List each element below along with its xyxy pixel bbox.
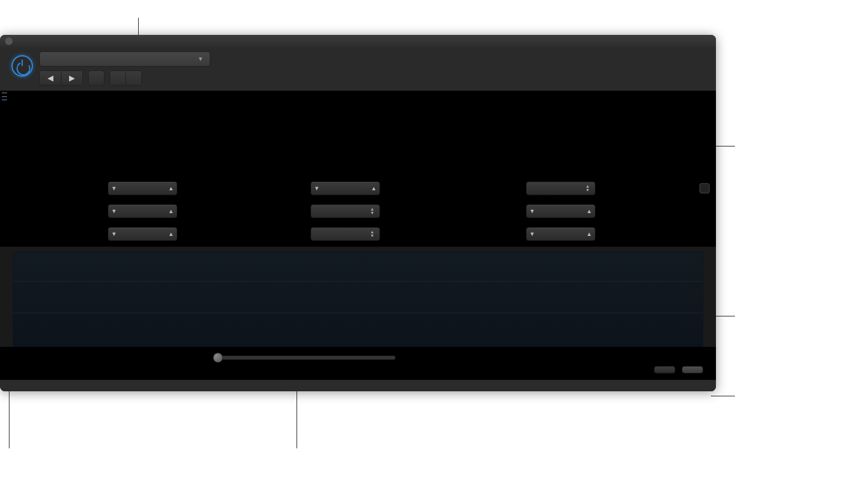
stepper-down-icon[interactable]: ▼ [108,185,120,192]
paste-button[interactable] [125,71,141,85]
input-gain-slider[interactable] [218,356,395,360]
one-shot-checkbox[interactable] [699,183,710,193]
stepper-down-icon[interactable]: ▼ [527,231,538,237]
display-ticks [13,334,703,345]
input-gain-row [0,347,716,362]
octave-labels [0,168,716,171]
close-icon[interactable] [5,37,13,45]
display-grid-line [13,281,703,282]
stepper-up-icon[interactable]: ▲ [165,208,177,214]
stepper-down-icon[interactable]: ▼ [527,208,538,214]
stepper-up-icon[interactable]: ▲ [584,208,595,214]
chevron-down-icon: ▼ [198,56,203,62]
callout-line [711,396,735,396]
select-caret-icon: ▲▼ [370,207,374,215]
window-titlebar [0,35,716,48]
stepper-down-icon[interactable]: ▼ [108,231,120,237]
al-start-stepper[interactable]: ▼ ▲ [526,204,596,218]
copy-button[interactable] [110,71,125,85]
stepper-down-icon[interactable]: ▼ [311,185,322,192]
preset-menu[interactable]: ▼ [39,51,210,67]
al-end-stepper[interactable]: ▼ ▲ [526,227,596,241]
select-caret-icon: ▲▼ [370,230,374,238]
keyboard[interactable] [0,102,716,168]
plugin-footer [0,380,716,391]
preset-prev-button[interactable]: ◀ [40,71,61,85]
preset-prev-next: ◀ ▶ [39,70,83,86]
vel-layers-select[interactable]: ▲▼ [310,204,380,218]
callout-line [297,384,297,448]
vel-resp-select[interactable]: ▲▼ [310,227,380,241]
stepper-up-icon[interactable]: ▲ [165,185,177,192]
range-grip-left[interactable] [2,93,7,100]
range-end-stepper[interactable]: ▼ ▲ [108,204,177,218]
keyboard-section [0,91,716,173]
main-controls: ▼ ▲ ▼ ▲ ▲▼ [0,173,716,247]
sample-button[interactable] [682,366,703,374]
select-caret-icon: ▲▼ [585,185,590,192]
compare-button[interactable] [88,70,105,86]
preset-next-button[interactable]: ▶ [61,71,82,85]
plugin-window: ▼ ◀ ▶ [0,35,716,391]
bottom-button-row [0,362,716,380]
copy-paste-seg [110,70,142,86]
stepper-up-icon[interactable]: ▲ [165,231,177,237]
range-header [0,91,716,102]
range-start-stepper[interactable]: ▼ ▲ [108,181,177,195]
auto-loop-select[interactable]: ▲▼ [526,181,596,195]
waveform-display [13,252,703,347]
power-button[interactable] [11,55,33,77]
sample-every-stepper[interactable]: ▼ ▲ [108,227,177,241]
plugin-toolbar: ▼ ◀ ▶ [0,48,716,91]
cancel-button[interactable] [654,366,675,374]
stepper-up-icon[interactable]: ▲ [368,185,380,192]
slider-thumb[interactable] [213,353,223,363]
sustain-stepper[interactable]: ▼ ▲ [310,181,380,195]
stepper-up-icon[interactable]: ▲ [584,231,595,237]
display-grid-line [13,313,703,313]
stepper-down-icon[interactable]: ▼ [108,208,120,214]
